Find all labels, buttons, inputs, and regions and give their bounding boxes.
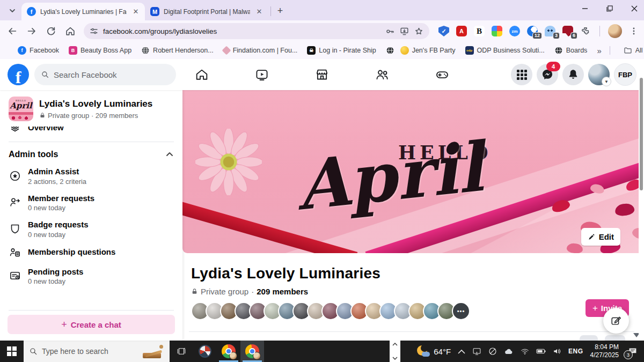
address-bar[interactable]: facebook.com/groups/lydiaslovelies: [84, 23, 429, 39]
ghost-extension-icon[interactable]: 3: [544, 25, 556, 37]
language-indicator[interactable]: ENG: [568, 348, 583, 355]
maximize-button[interactable]: [604, 3, 615, 14]
create-chat-button[interactable]: + Create a chat: [8, 315, 175, 334]
sidebar-group-header[interactable]: HELLOApril Lydia's Lovely Luminaries Pri…: [0, 95, 182, 125]
profile-chip-fbp[interactable]: FBP: [614, 63, 636, 86]
member-avatar-more[interactable]: •••: [452, 302, 470, 320]
speaker-icon[interactable]: [553, 348, 561, 355]
flag-extension-icon[interactable]: 6: [562, 25, 574, 37]
bookmark-jens-fb-party[interactable]: Jen's FB Party: [399, 46, 460, 55]
sidebar-item-pending-posts[interactable]: Pending posts0 new today: [0, 263, 182, 290]
browser-menu-icon[interactable]: [628, 25, 640, 37]
install-app-icon[interactable]: [399, 26, 409, 36]
shield-extension-icon[interactable]: ✓: [438, 25, 450, 37]
notifications-button[interactable]: [562, 64, 584, 85]
browser-profile-avatar[interactable]: [608, 24, 622, 38]
tray-chevron-up-icon[interactable]: [458, 349, 465, 354]
facebook-search[interactable]: Search Facebook: [34, 64, 176, 85]
minimize-button[interactable]: [580, 3, 590, 14]
taskbar-clock[interactable]: 8:04 PM 4/27/2025: [590, 343, 619, 359]
globe-icon: [141, 46, 150, 55]
wireless-display-icon[interactable]: [472, 348, 481, 356]
taskbar-search[interactable]: Type here to search: [24, 341, 170, 362]
messenger-button[interactable]: 4: [537, 64, 558, 85]
wifi-icon[interactable]: [521, 348, 529, 355]
page-scrollbar[interactable]: [639, 59, 644, 341]
pinned-app-button[interactable]: [193, 341, 217, 362]
sidebar-item-badge-requests[interactable]: Badge requests0 new today: [0, 216, 182, 242]
tab-title: Digital Footprint Portal | Malwa: [164, 8, 250, 16]
thunderbird-extension-icon[interactable]: 12: [526, 25, 538, 37]
profile-avatar[interactable]: ▼: [588, 64, 610, 85]
home-button[interactable]: [62, 23, 78, 39]
compose-post-button[interactable]: [603, 308, 629, 334]
all-bookmarks-button[interactable]: All Bookmarks: [619, 46, 644, 55]
compose-icon: [610, 315, 622, 327]
close-button[interactable]: [629, 3, 640, 14]
edit-cover-button[interactable]: Edit: [581, 228, 620, 246]
weather-widget[interactable]: 64°F: [417, 345, 451, 357]
bookmark-findation[interactable]: Findation.com | Fou...: [218, 47, 303, 54]
tab-facebook-group[interactable]: f Lydia's Lovely Luminaries | Face ✕: [21, 3, 145, 20]
bookmark-odp[interactable]: odpODP Business Soluti...: [460, 46, 550, 55]
group-member-count[interactable]: 209 members: [257, 287, 308, 296]
bookmark-star-icon[interactable]: [414, 26, 424, 36]
group-privacy[interactable]: Private group: [201, 287, 248, 296]
cutoff-tab-button[interactable]: [580, 335, 598, 341]
bookmark-facebook[interactable]: fFacebook: [13, 46, 64, 55]
site-settings-icon[interactable]: [89, 26, 99, 36]
group-header-divider: [189, 331, 634, 332]
taskbar-scroll-strip[interactable]: [390, 341, 400, 362]
home-tab[interactable]: [194, 67, 209, 82]
start-button[interactable]: [0, 341, 24, 362]
refresh-button[interactable]: [43, 23, 59, 39]
sidebar-divider: [9, 142, 174, 142]
battery-icon[interactable]: [536, 348, 546, 354]
bookmark-robert-henderson[interactable]: Robert Henderson...: [136, 46, 218, 55]
sidebar-item-overview[interactable]: Overview: [0, 127, 182, 135]
browser-toolbar: facebook.com/groups/lydiaslovelies ✓ A B…: [0, 20, 644, 42]
zoom-extension-icon[interactable]: zm: [509, 25, 521, 37]
tab-digital-footprint[interactable]: M Digital Footprint Portal | Malwa ✕: [145, 3, 268, 20]
forward-button[interactable]: [24, 23, 40, 39]
b-extension-icon[interactable]: B: [473, 25, 485, 37]
new-tab-button[interactable]: +: [273, 4, 287, 18]
menu-grid-icon: [517, 70, 527, 80]
gaming-tab[interactable]: [435, 67, 450, 82]
url-text[interactable]: facebook.com/groups/lydiaslovelies: [103, 27, 380, 35]
acrobat-extension-icon[interactable]: A: [456, 25, 467, 37]
chrome-window-2[interactable]: [240, 341, 264, 362]
search-highlight-image[interactable]: [141, 343, 164, 359]
group-thumbnail[interactable]: HELLOApril: [9, 97, 33, 121]
scrollbar-thumb[interactable]: [640, 78, 643, 190]
cutoff-tab-button[interactable]: [605, 335, 625, 341]
sidebar-item-membership-questions[interactable]: Membership questions: [0, 242, 182, 263]
password-key-icon[interactable]: [385, 26, 395, 36]
bookmark-pirate-ship[interactable]: ☠Log in - Pirate Ship: [302, 46, 380, 55]
admin-tools-section-header[interactable]: Admin tools: [0, 145, 182, 162]
bookmark-boards[interactable]: Boards: [550, 46, 592, 55]
apps-menu-button[interactable]: [511, 64, 532, 85]
sidebar-item-admin-assist[interactable]: Admin Assist2 actions, 2 criteria: [0, 162, 182, 189]
onedrive-paused-icon[interactable]: [488, 347, 497, 356]
marketplace-tab[interactable]: [314, 67, 330, 82]
bookmarks-overflow-chevron[interactable]: »: [592, 46, 606, 55]
group-cover-photo[interactable]: HELLO April Edit: [182, 90, 644, 253]
sidebar-item-member-requests[interactable]: Member requests0 new today: [0, 189, 182, 216]
task-view-button[interactable]: [170, 341, 193, 362]
bookmark-beauty-boss[interactable]: BBeauty Boss App: [64, 46, 136, 55]
tab-close-icon[interactable]: ✕: [131, 7, 141, 17]
facebook-logo[interactable]: f: [8, 64, 29, 85]
chevron-up-icon: [392, 342, 398, 346]
video-tab[interactable]: [254, 67, 269, 82]
action-center-button[interactable]: 3: [626, 344, 640, 358]
back-button[interactable]: [4, 23, 20, 39]
tab-search-button[interactable]: [5, 4, 19, 18]
color-grid-extension-icon[interactable]: [491, 25, 503, 37]
cloud-icon[interactable]: [504, 348, 514, 355]
bookmark-globe[interactable]: [381, 46, 399, 55]
extensions-puzzle-icon[interactable]: [580, 25, 591, 37]
groups-tab[interactable]: [375, 67, 390, 82]
tab-close-icon[interactable]: ✕: [254, 7, 264, 17]
chrome-window-1[interactable]: [217, 341, 240, 362]
